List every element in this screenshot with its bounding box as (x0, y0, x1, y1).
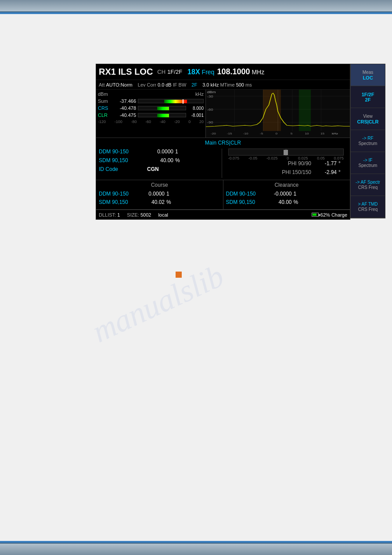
sidebar-1f2f-btn[interactable]: 1F/2F 2F (351, 86, 385, 108)
sidebar-btn2-line2: CRS|CLR (357, 119, 379, 124)
rf-dbm-label: dBm (98, 91, 108, 97)
rf-section: dBm kHz Sum -37.466 CRS -40.478 8.000 (96, 90, 350, 138)
svg-text:5: 5 (291, 132, 293, 135)
svg-text:10: 10 (305, 132, 309, 135)
sidebar-btn3-line2: Spectrum (359, 141, 378, 146)
sdm-unit: % (175, 157, 186, 163)
rf-left: dBm kHz Sum -37.466 CRS -40.478 8.000 (96, 90, 206, 138)
sidebar-rf-arrow: -> RF (362, 136, 373, 141)
sidebar-btn1-line1: 1F/2F (362, 92, 374, 97)
freq-unit: MHz (252, 69, 264, 76)
clearance-ddm-label: DDM 90-150 (226, 191, 268, 197)
phi-90-unit: ° (338, 160, 347, 167)
sidebar-rf-btn[interactable]: -> RF Spectrum (351, 130, 385, 152)
sidebar-meas-value: LOC (363, 75, 373, 80)
db-label: dB (165, 82, 171, 87)
local-item: local (158, 212, 168, 218)
rf-clr-bar-fill (157, 114, 169, 117)
top-bar-accent (0, 12, 392, 14)
bottom-bar-accent (0, 541, 392, 543)
spectrum-area: -30 -60 -90 dBm -20 -15 -10 -5 0 5 10 15… (206, 90, 350, 138)
ddm-unit: 1 (175, 149, 186, 155)
rf-sum-bar (138, 99, 204, 103)
instrument-title: RX1 ILS LOC (99, 67, 153, 77)
sidebar-aftmd-arrow: > AF TMD (358, 202, 378, 207)
clearance-sdm-row: SDM 90,150 40.00 % (226, 199, 348, 205)
sidebar-meas-btn[interactable]: Meas LOC (351, 64, 385, 86)
battery-icon (312, 213, 319, 217)
sidebar-if-btn[interactable]: -> IF Spectrum (351, 152, 385, 174)
course-half: Course DDM 90-150 0.0000 1 SDM 90,150 40… (96, 180, 223, 209)
mtime-value: 500 (236, 82, 244, 87)
instrument-panel: RX1 ILS LOC CH 1F/2F 18X Freq 108.1000 M… (96, 64, 350, 220)
main-content-row: DDM 90-150 0.0000 1 SDM 90,150 40.00 % I… (99, 149, 347, 178)
sidebar-view-btn[interactable]: View CRS|CLR (351, 108, 385, 130)
ddm-bar-scale: -0.075-0.05-0.02500.0250.050.075 (228, 156, 344, 160)
top-bar (0, 0, 392, 12)
course-sdm-label: SDM 90,150 (99, 199, 140, 205)
ddm-bar-container (228, 149, 344, 156)
svg-rect-14 (299, 90, 311, 131)
course-ddm-label: DDM 90-150 (99, 191, 140, 197)
clearance-ddm-unit: 1 (294, 191, 302, 197)
freq-value: 108.1000 (217, 67, 250, 76)
battery-container: 62% Charge (312, 212, 347, 218)
local-value: local (158, 212, 168, 218)
rf-sum-bar-fill (164, 100, 187, 103)
id-label: ID Code (99, 166, 147, 172)
svg-text:-30: -30 (207, 94, 213, 98)
phi-150-value: -2.94 (315, 169, 337, 175)
svg-text:-90: -90 (207, 121, 213, 124)
rf-sum-value: -37.466 (112, 98, 136, 104)
rf-crs-bar (138, 106, 186, 110)
phi-150-unit: ° (338, 169, 347, 175)
svg-text:-5: -5 (260, 132, 263, 135)
svg-text:kHz: kHz (332, 132, 338, 135)
sdm-value: 40.00 (147, 157, 173, 163)
subheader-row: Att AUTO:Norm Lev Corr 0.0 dB IF BW 2F 3… (96, 80, 350, 90)
course-clear-section: Course DDM 90-150 0.0000 1 SDM 90,150 40… (96, 180, 350, 210)
main-section-title: Main CRS|CLR (99, 140, 347, 146)
rf-crs-bar-fill (157, 107, 169, 110)
sidebar-if-arrow: -> IF (363, 158, 373, 163)
clearance-sdm-value: 40.00 (268, 199, 292, 205)
rf-clr-bar (138, 113, 186, 117)
rf-crs-row: CRS -40.478 8.000 (98, 105, 204, 111)
sidebar-af-tmd-btn[interactable]: > AF TMD CRS Freq (351, 196, 385, 218)
ch-label: CH (157, 69, 165, 75)
clearance-sdm-unit: % (294, 199, 302, 205)
main-crs-clr-section: Main CRS|CLR DDM 90-150 0.0000 1 SDM 90,… (96, 138, 350, 180)
att-label: Att (99, 82, 104, 87)
main-data-left: DDM 90-150 0.0000 1 SDM 90,150 40.00 % I… (99, 149, 222, 178)
ch-value: 1F/2F (167, 69, 182, 75)
if-bw-label: IF BW (173, 82, 187, 87)
ddm-value: 0.0000 (147, 149, 173, 155)
sdm-label: SDM 90,150 (99, 157, 147, 163)
clearance-ddm-row: DDM 90-150 -0.0000 1 (226, 191, 348, 197)
svg-text:dBm: dBm (207, 90, 216, 94)
watermark: manualslib (86, 258, 229, 350)
x-value: 18X (187, 68, 200, 76)
svg-text:0: 0 (276, 132, 278, 135)
sidebar-btn1-line2: 2F (365, 97, 371, 102)
sidebar-af-spectr-btn[interactable]: -> AF Spectr CRS Freq (351, 174, 385, 196)
size-item: SIZE: 5002 (127, 212, 151, 218)
mtime-label: MTime (220, 82, 234, 87)
sdm-row: SDM 90,150 40.00 % (99, 157, 222, 163)
svg-text:-15: -15 (227, 132, 232, 135)
course-title: Course (99, 182, 220, 188)
lev-corr-label: Lev Corr (138, 82, 156, 87)
svg-text:-10: -10 (243, 132, 248, 135)
rf-header: dBm kHz (98, 91, 204, 97)
ddm-label: DDM 90-150 (99, 149, 147, 155)
rf-sum-marker (183, 99, 183, 104)
marker-4 (176, 272, 182, 278)
header-row: RX1 ILS LOC CH 1F/2F 18X Freq 108.1000 M… (96, 64, 350, 80)
bottom-bar (0, 543, 392, 555)
main-title-text: Main CRS|CLR (205, 140, 241, 146)
svg-text:15: 15 (320, 132, 324, 135)
sidebar-btn6-line1: CRS Freq (358, 207, 378, 212)
dllist-value: 1 (117, 212, 120, 218)
rf-clr-row: CLR -40.475 -8.001 (98, 112, 204, 118)
size-value: 5002 (140, 212, 151, 218)
